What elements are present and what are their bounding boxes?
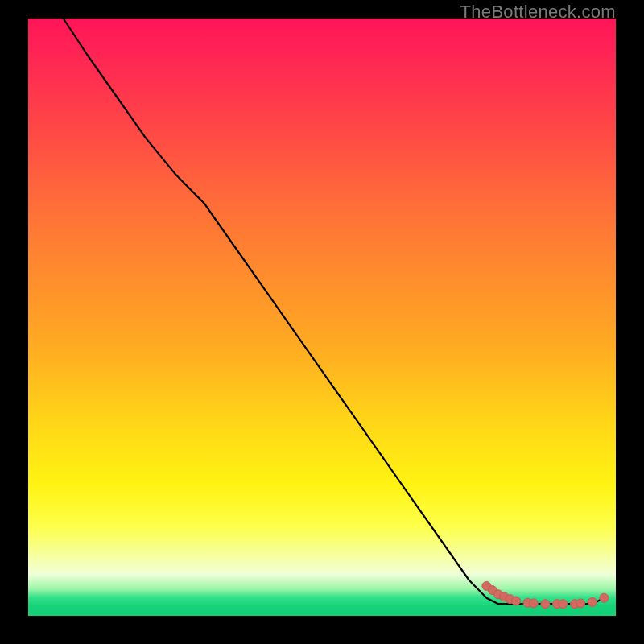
- bottleneck-curve: [64, 19, 605, 604]
- data-marker: [600, 593, 609, 602]
- data-marker: [529, 599, 538, 608]
- chart-overlay-svg: [28, 19, 616, 616]
- data-marker: [511, 597, 520, 605]
- data-marker: [588, 597, 597, 606]
- chart-stage: TheBottleneck.com: [0, 0, 644, 644]
- data-marker: [576, 599, 585, 608]
- data-marker: [559, 600, 568, 609]
- data-marker: [541, 600, 550, 609]
